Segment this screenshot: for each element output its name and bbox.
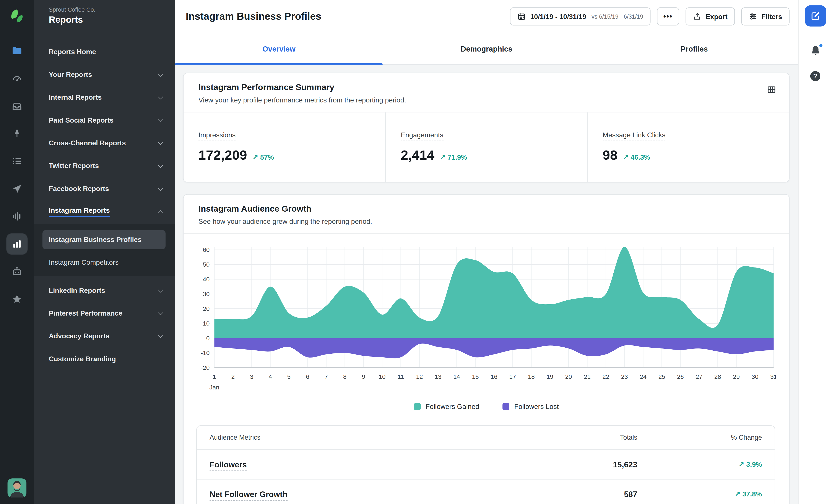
page-header: Instagram Business Profiles 10/1/19 - 10… [175,0,798,33]
svg-text:14: 14 [453,373,460,380]
sidebar-item-twitter-reports[interactable]: Twitter Reports [34,154,175,177]
svg-text:5: 5 [287,373,291,380]
area-chart[interactable]: 6050403020100-10-20123456789101112131415… [196,243,776,395]
sidebar-item-facebook-reports[interactable]: Facebook Reports [34,177,175,200]
sidebar-item-customize-branding[interactable]: Customize Branding [34,347,175,370]
svg-text:26: 26 [677,373,684,380]
more-options-button[interactable]: ••• [657,7,679,25]
tab-profiles[interactable]: Profiles [591,33,798,64]
svg-text:13: 13 [435,373,441,380]
sidebar-item-your-reports[interactable]: Your Reports [34,63,175,86]
col-percent-change: % Change [637,434,762,441]
app: Sprout Coffee Co. Reports Reports Home Y… [0,0,832,504]
compose-button[interactable] [805,5,826,26]
metrics-row: Impressions 172,209 ↗ 57% Engagements 2,… [183,112,789,182]
svg-text:50: 50 [203,261,209,268]
listening-icon[interactable] [6,206,27,227]
metric-label[interactable]: Message Link Clicks [602,131,666,141]
audience-growth-card: Instagram Audience Growth See how your a… [183,194,789,504]
export-button[interactable]: Export [685,7,735,25]
svg-text:11: 11 [397,373,404,380]
inbox-icon[interactable] [6,96,27,117]
sidebar-item-linkedin-reports[interactable]: LinkedIn Reports [34,279,175,302]
star-icon[interactable] [6,289,27,310]
svg-text:19: 19 [546,373,553,380]
svg-text:23: 23 [621,373,628,380]
calendar-icon [518,12,526,21]
svg-text:9: 9 [362,373,365,380]
svg-text:27: 27 [696,373,702,380]
sidebar-item-pinterest-performance[interactable]: Pinterest Performance [34,302,175,325]
sidebar-item-reports-home[interactable]: Reports Home [34,40,175,63]
tab-overview[interactable]: Overview [175,33,383,64]
svg-text:8: 8 [343,373,347,380]
metric-value: 2,414 [401,148,435,163]
sidebar-item-cross-channel-reports[interactable]: Cross-Channel Reports [34,131,175,154]
bot-icon[interactable] [6,261,27,282]
sidebar-item-internal-reports[interactable]: Internal Reports [34,86,175,109]
svg-text:21: 21 [584,373,591,380]
followers-metric-label[interactable]: Followers [209,460,246,471]
trend-up-icon: ↗ [738,460,745,469]
metric-label[interactable]: Engagements [401,131,443,141]
trend-up-icon: ↗ [623,153,629,161]
sidebar-item-paid-social-reports[interactable]: Paid Social Reports [34,109,175,131]
svg-text:22: 22 [602,373,609,380]
audience-growth-title: Instagram Audience Growth [199,204,779,214]
metric-engagements: Engagements 2,414 ↗ 71.9% [386,112,587,182]
performance-summary-header: Instagram Performance Summary View your … [183,73,789,112]
metric-label[interactable]: Impressions [199,131,236,141]
chevron-up-icon [158,210,163,215]
send-icon[interactable] [6,178,27,200]
svg-text:1: 1 [213,373,216,380]
tab-demographics[interactable]: Demographics [383,33,591,64]
sidebar-item-instagram-reports[interactable]: Instagram Reports [34,200,175,223]
svg-text:20: 20 [203,306,209,312]
reports-icon[interactable] [6,234,27,255]
metric-value: 172,209 [199,148,247,163]
performance-summary-subtitle: View your key profile performance metric… [199,96,779,104]
sprout-logo-icon[interactable] [6,5,27,26]
list-icon[interactable] [6,151,27,172]
audience-metrics-table: Audience Metrics Totals % Change Followe… [196,425,775,504]
sidebar-subitem-instagram-business-profiles[interactable]: Instagram Business Profiles [43,230,165,249]
audience-growth-header: Instagram Audience Growth See how your a… [183,195,789,234]
icon-rail [0,0,34,504]
date-range-button[interactable]: 10/1/19 - 10/31/19 vs 6/15/19 - 6/31/19 [510,7,650,25]
svg-text:40: 40 [203,276,209,283]
sidebar-item-advocacy-reports[interactable]: Advocacy Reports [34,325,175,347]
help-icon[interactable]: ? [810,71,821,81]
audience-growth-chart: 6050403020100-10-20123456789101112131415… [183,234,789,395]
net-follower-growth-metric-label[interactable]: Net Follower Growth [209,489,287,501]
compare-range-label: vs 6/15/19 - 6/31/19 [592,13,643,20]
followers-lost-swatch [503,403,510,410]
chevron-down-icon [158,287,163,292]
pin-icon[interactable] [6,123,27,144]
performance-summary-title: Instagram Performance Summary [199,83,779,92]
sidebar-menu-upper: Reports Home Your Reports Internal Repor… [34,40,175,223]
table-view-icon[interactable] [767,85,776,97]
svg-text:30: 30 [203,291,209,297]
col-totals: Totals [531,434,637,441]
user-avatar[interactable] [7,478,26,498]
chevron-down-icon [158,333,163,338]
svg-text:-10: -10 [201,350,210,356]
reports-sidebar: Sprout Coffee Co. Reports Reports Home Y… [34,0,175,504]
svg-text:6: 6 [306,373,309,380]
utility-rail: ? [798,0,832,504]
legend-followers-lost[interactable]: Followers Lost [503,403,559,410]
folder-icon[interactable] [6,40,27,61]
trend-up-icon: ↗ [440,153,446,161]
net-follower-growth-total: 587 [531,489,637,499]
filters-button[interactable]: Filters [741,7,789,25]
metric-change: ↗ 57% [253,153,274,161]
gauge-icon[interactable] [6,68,27,89]
svg-text:10: 10 [379,373,386,380]
legend-followers-gained[interactable]: Followers Gained [414,403,479,410]
performance-summary-card: Instagram Performance Summary View your … [183,73,789,183]
notifications-button[interactable] [809,45,821,56]
sidebar-subitem-instagram-competitors[interactable]: Instagram Competitors [34,249,175,270]
chevron-down-icon [158,310,163,315]
svg-text:0: 0 [206,335,210,342]
svg-text:2: 2 [231,373,235,380]
